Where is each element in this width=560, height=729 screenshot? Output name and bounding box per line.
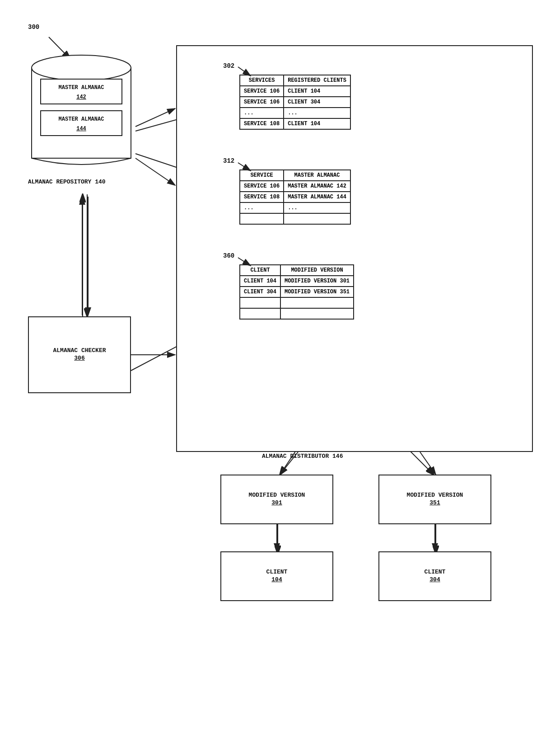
svg-line-24 bbox=[420, 452, 436, 475]
table-302-header-services: SERVICES bbox=[240, 75, 284, 86]
table-row: ... ... bbox=[240, 108, 350, 118]
modified-version-301-box: MODIFIED VERSION 301 bbox=[220, 475, 333, 524]
cylinder-svg: MASTER ALMANAC 142 MASTER ALMANAC 144 bbox=[27, 50, 135, 176]
svg-line-27 bbox=[135, 108, 175, 127]
table-360: CLIENT MODIFIED VERSION CLIENT 104 MODIF… bbox=[239, 264, 354, 320]
modified-version-351-box: MODIFIED VERSION 351 bbox=[378, 475, 491, 524]
almanac-distributor-box bbox=[176, 45, 533, 452]
almanac-checker-box: ALMANAC CHECKER 306 bbox=[28, 316, 131, 393]
modified-version-351-label: MODIFIED VERSION 351 bbox=[407, 492, 463, 507]
table-302-header-clients: REGISTERED CLIENTS bbox=[284, 75, 350, 86]
table-row: SERVICE 106 CLIENT 304 bbox=[240, 97, 350, 108]
table-row bbox=[240, 297, 354, 308]
table-row: SERVICE 106 CLIENT 104 bbox=[240, 86, 350, 97]
table-302: SERVICES REGISTERED CLIENTS SERVICE 106 … bbox=[239, 75, 351, 130]
table-row: SERVICE 106 MASTER ALMANAC 142 bbox=[240, 181, 350, 192]
almanac-checker-label: ALMANAC CHECKER 306 bbox=[53, 347, 106, 362]
table-row: SERVICE 108 MASTER ALMANAC 144 bbox=[240, 192, 350, 202]
table-302-ref: 302 bbox=[223, 62, 234, 70]
diagram: 300 MASTER ALMANAC 142 MASTER ALMANAC 14… bbox=[0, 0, 560, 729]
svg-text:144: 144 bbox=[76, 126, 86, 132]
table-312-header-service: SERVICE bbox=[240, 170, 284, 181]
svg-point-15 bbox=[32, 55, 131, 80]
svg-text:MASTER ALMANAC: MASTER ALMANAC bbox=[59, 85, 104, 91]
table-row: ... ... bbox=[240, 202, 350, 213]
table-row: SERVICE 108 CLIENT 104 bbox=[240, 118, 350, 129]
client-104-label: CLIENT 104 bbox=[266, 569, 288, 584]
table-312-ref: 312 bbox=[223, 157, 234, 165]
table-312: SERVICE MASTER ALMANAC SERVICE 106 MASTE… bbox=[239, 169, 351, 225]
table-360-ref: 360 bbox=[223, 252, 234, 259]
almanac-distributor-label: ALMANAC DISTRIBUTOR 146 bbox=[262, 453, 343, 460]
diagram-number: 300 bbox=[28, 24, 39, 31]
table-360-header-version: MODIFIED VERSION bbox=[280, 265, 354, 276]
svg-line-28 bbox=[135, 158, 175, 185]
client-104-box: CLIENT 104 bbox=[220, 551, 333, 601]
svg-text:142: 142 bbox=[76, 94, 86, 100]
table-360-header-client: CLIENT bbox=[240, 265, 280, 276]
almanac-repository-label: ALMANAC REPOSITORY 140 bbox=[28, 179, 106, 185]
client-304-label: CLIENT 304 bbox=[425, 569, 446, 584]
client-304-box: CLIENT 304 bbox=[378, 551, 491, 601]
svg-text:MASTER ALMANAC: MASTER ALMANAC bbox=[59, 116, 104, 122]
table-row: CLIENT 304 MODIFIED VERSION 351 bbox=[240, 287, 354, 297]
table-row bbox=[240, 213, 350, 224]
modified-version-301-label: MODIFIED VERSION 301 bbox=[249, 492, 305, 507]
table-row: CLIENT 104 MODIFIED VERSION 301 bbox=[240, 276, 354, 287]
table-312-header-almanac: MASTER ALMANAC bbox=[284, 170, 350, 181]
table-row bbox=[240, 308, 354, 319]
